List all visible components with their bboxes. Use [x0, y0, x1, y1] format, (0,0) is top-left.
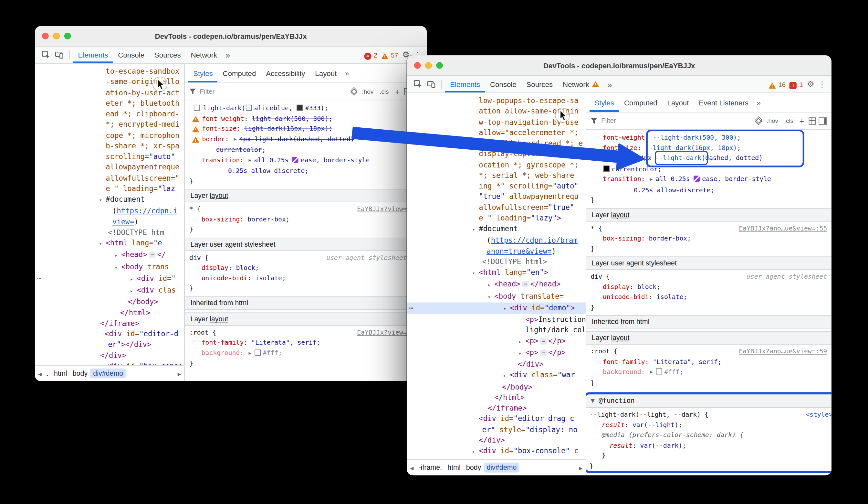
style-declaration[interactable]: font-size: light-dark(16px, 18px); [185, 123, 427, 134]
dom-tree-node[interactable]: <p></p> [407, 347, 585, 359]
zoom-button[interactable] [436, 62, 443, 69]
dom-tree-node[interactable]: </html> [407, 392, 585, 403]
styles-section-header[interactable]: Inherited from html [586, 315, 831, 329]
style-declaration[interactable]: result: var(--light); [586, 420, 831, 430]
dom-tree-node[interactable]: ation allow-same-origin [407, 106, 585, 117]
dom-tree-node[interactable]: allowpaymentreque [35, 162, 185, 173]
dom-tree-node[interactable]: #document [35, 194, 185, 205]
dom-tree-node[interactable]: ation-by-user-act [35, 87, 185, 98]
dom-tree-node[interactable]: <!DOCTYPE html> [407, 256, 585, 267]
tab-computed[interactable]: Computed [619, 93, 663, 112]
dom-tree-node[interactable]: <div id="editor-drag-c [407, 413, 585, 424]
style-declaration[interactable]: @media (prefers-color-scheme: dark) { [586, 430, 831, 440]
styles-filter-input[interactable] [199, 87, 347, 96]
dom-tree-node[interactable]: </body> [35, 296, 185, 307]
console-warnings-badge[interactable]: 16 [768, 79, 786, 89]
settings-gear-icon[interactable] [807, 79, 814, 89]
style-declaration[interactable]: :root {EaYBJJx?view= [185, 327, 427, 337]
more-options-icon[interactable] [818, 79, 826, 89]
tab-elements[interactable]: Elements [445, 76, 485, 92]
style-declaration[interactable]: box-sizing: border-box; [185, 214, 427, 224]
dom-tree-node[interactable]: <p>Instruction [407, 314, 585, 325]
dom-tree-node[interactable]: allow="accelerometer *; [407, 127, 585, 138]
tab-layout[interactable]: Layout [662, 93, 694, 112]
dom-tree-node[interactable]: er"></div> [35, 339, 185, 350]
style-declaration[interactable]: transition: all 0.25s ease, border-style [586, 174, 831, 184]
element-classes-button[interactable]: .cls [378, 88, 391, 95]
breadcrumb-item[interactable]: -iframe. [416, 463, 445, 473]
node-options-icon[interactable] [409, 302, 413, 313]
console-warnings-badge[interactable]: 57 [381, 50, 398, 60]
dom-tree-node[interactable]: allowfullscreen=" [35, 173, 185, 183]
style-declaration[interactable]: border: 4px --light-dark(dashed, dotted) [586, 153, 831, 164]
dom-tree-node[interactable]: </body> [407, 382, 585, 392]
style-declaration[interactable]: display: block; [586, 282, 831, 292]
dom-tree-node[interactable]: </html> [35, 307, 185, 318]
style-declaration[interactable]: div {user agent stylesheet [185, 252, 427, 263]
breadcrumb-item[interactable]: div#demo [91, 369, 126, 379]
style-declaration[interactable]: * {EaYBJJx?ano…ue&view=:55 [586, 223, 831, 233]
dom-tree-node[interactable]: <div id="box-conso [35, 361, 185, 365]
breadcrumb-item[interactable]: body [70, 369, 91, 379]
tab-network[interactable]: Network [558, 76, 604, 92]
style-declaration[interactable]: background: #fff; [586, 366, 831, 377]
color-swatch[interactable] [246, 105, 252, 111]
dom-tree-node[interactable]: ead *; clipboard- [35, 109, 185, 119]
styles-section-header[interactable]: Layer layout [586, 331, 831, 345]
style-declaration[interactable]: } [586, 461, 831, 471]
dom-tree-node[interactable]: <html lang="en"> [407, 267, 585, 279]
style-declaration[interactable]: --light-dark(--light, --dark) {<style> [586, 409, 831, 420]
tab-styles[interactable]: Styles [188, 64, 218, 82]
dom-tree-node[interactable]: <body translate= [407, 291, 585, 302]
rule-source-link[interactable]: EaYBJJx?view= [357, 204, 407, 214]
breadcrumb-item[interactable]: div#demo [484, 463, 519, 473]
dom-tree-node[interactable]: e " loading="lazy"> [407, 213, 585, 223]
style-declaration[interactable]: } [586, 302, 831, 313]
tab-layout[interactable]: Layout [310, 64, 342, 82]
issues-badge[interactable]: 1 [789, 79, 803, 89]
style-declaration[interactable]: transition: all 0.25s ease, border-style [185, 155, 427, 165]
console-errors-badge[interactable]: 2 [364, 50, 377, 60]
rule-source-link[interactable]: EaYBJJx?ano…ue&view=:59 [739, 346, 827, 356]
dom-tree-node[interactable]: scrolling="auto" [35, 151, 185, 162]
dom-tree-node[interactable]: </iframe> [35, 318, 185, 329]
color-swatch[interactable] [297, 105, 303, 111]
dom-tree-node[interactable]: view=) [35, 216, 185, 227]
tab-console[interactable]: Console [113, 47, 149, 63]
breadcrumb-scroll-left-icon[interactable] [408, 463, 416, 472]
layers-icon[interactable] [350, 88, 358, 95]
style-declaration[interactable]: box-sizing: border-box; [586, 233, 831, 243]
style-declaration[interactable]: :root {EaYBJJx?ano…ue&view=:59 [586, 346, 831, 356]
dom-tree-node[interactable]: <div class="war [407, 370, 585, 381]
breadcrumb-item[interactable]: body [463, 463, 484, 473]
tab-sources[interactable]: Sources [149, 47, 186, 63]
rule-source-link[interactable]: user agent stylesheet [746, 272, 827, 282]
device-toolbar-icon[interactable] [426, 80, 436, 89]
styles-section-header[interactable]: Layer layout [185, 312, 427, 325]
tab-event-listeners[interactable]: Event Listeners [694, 93, 753, 112]
element-classes-button[interactable]: .cls [783, 117, 795, 124]
style-declaration[interactable]: } [185, 224, 427, 235]
style-declaration[interactable]: font-weight: light-dark(500, 300); [185, 113, 427, 123]
style-declaration[interactable]: } [586, 195, 831, 205]
dom-tree-node[interactable]: <html lang="e [35, 238, 185, 249]
dom-tree-node[interactable]: er" style="display: no [407, 424, 585, 435]
toggle-element-state-button[interactable]: :hov [765, 117, 780, 124]
style-declaration[interactable]: * {EaYBJJx?view= [185, 204, 427, 214]
layers-icon[interactable] [755, 117, 762, 124]
dom-tree-node[interactable]: cope *; microphon [35, 130, 185, 141]
declaration-checkbox[interactable] [194, 105, 200, 111]
style-declaration[interactable]: unicode-bidi: isolate; [586, 292, 831, 302]
styles-section-header[interactable]: Layer user agent stylesheet [586, 256, 831, 270]
styles-section-header[interactable]: Layer layout [185, 189, 427, 202]
tab-accessibility[interactable]: Accessibility [261, 64, 310, 82]
style-declaration[interactable]: font-size: --light-dark(16px, 18px); [586, 143, 831, 153]
breadcrumb-scroll-right-icon[interactable] [175, 369, 183, 377]
style-declaration[interactable]: currentcolor; [586, 164, 831, 174]
tab-more[interactable]: » [753, 93, 764, 112]
style-declaration[interactable]: 0.25s allow-discrete; [586, 184, 831, 195]
styles-section-header[interactable]: Layer layout [586, 208, 831, 221]
dom-tree-node[interactable]: eter *; bluetooth [35, 98, 185, 109]
dom-tree-node[interactable]: *; encrypted-medi [35, 119, 185, 130]
style-declaration[interactable]: } [185, 283, 427, 294]
